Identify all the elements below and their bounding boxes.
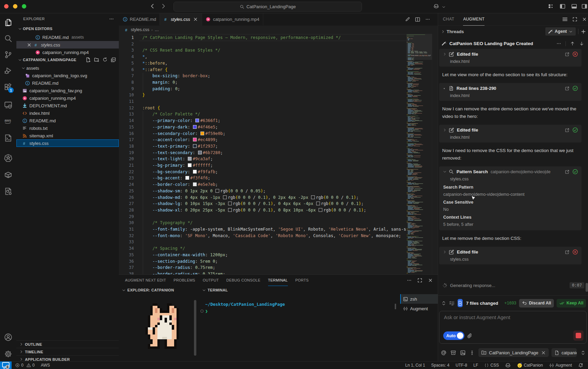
collapse-all-icon[interactable] bbox=[111, 57, 116, 63]
color-swatch[interactable] bbox=[193, 125, 197, 129]
more-panel-icon[interactable] bbox=[407, 278, 412, 283]
open-editors-header[interactable]: OPEN EDITORS bbox=[16, 25, 120, 32]
context-chip-CatPanion_LandingPage[interactable]: CatPanion_LandingPage bbox=[478, 348, 549, 357]
toggle-primary-sidebar-icon[interactable] bbox=[560, 3, 565, 10]
new-thread-button[interactable] bbox=[581, 29, 586, 34]
panel-tab-augment-next-edit[interactable]: AUGMENT NEXT EDIT bbox=[125, 275, 166, 286]
back-icon[interactable] bbox=[149, 3, 156, 10]
activity-kubernetes[interactable] bbox=[0, 150, 16, 166]
status-utf-8[interactable]: UTF-8 bbox=[456, 363, 467, 368]
tree-item-DEPLOYMENT.md[interactable]: DEPLOYMENT.md bbox=[16, 102, 119, 109]
color-swatch[interactable] bbox=[319, 208, 322, 212]
threads-row[interactable]: Threads Agent bbox=[438, 25, 588, 38]
remote-indicator[interactable] bbox=[0, 361, 12, 369]
new-file-icon[interactable] bbox=[85, 57, 91, 63]
color-swatch[interactable] bbox=[198, 151, 202, 154]
color-swatch[interactable] bbox=[185, 176, 189, 180]
open-editor-styles.css[interactable]: #styles.css bbox=[16, 41, 119, 49]
tab-styles.css[interactable]: #styles.css bbox=[160, 13, 202, 26]
text-cursor-icon[interactable] bbox=[470, 350, 475, 355]
status-css[interactable]: CSS bbox=[484, 363, 499, 368]
open-external-icon[interactable] bbox=[565, 86, 570, 91]
tree-item-assets[interactable]: assets bbox=[16, 64, 119, 72]
minimap[interactable] bbox=[406, 34, 432, 274]
activity-application-composer[interactable] bbox=[0, 183, 16, 199]
new-folder-icon[interactable] bbox=[94, 57, 99, 63]
color-swatch[interactable] bbox=[195, 119, 199, 122]
stop-button[interactable] bbox=[573, 330, 584, 341]
maximize-panel-icon[interactable] bbox=[417, 278, 422, 283]
terminal-instance-Augment[interactable]: Augment bbox=[400, 304, 438, 313]
chat-panel-tab-chat[interactable]: CHAT bbox=[443, 13, 454, 25]
agent-mode-button[interactable]: Agent bbox=[545, 27, 576, 36]
explorer-more-actions-icon[interactable] bbox=[109, 16, 114, 22]
chevron-right-icon[interactable] bbox=[443, 250, 446, 254]
code-editor[interactable]: 1234567891011121314151617181920212223242… bbox=[119, 34, 438, 274]
activity-run-debug[interactable] bbox=[0, 63, 16, 79]
open-external-icon[interactable] bbox=[565, 52, 570, 57]
close-tab-icon[interactable] bbox=[193, 17, 198, 22]
panel-tab-ports[interactable]: PORTS bbox=[295, 275, 309, 286]
section-timeline[interactable]: TIMELINE bbox=[16, 348, 119, 355]
mention-icon[interactable] bbox=[441, 350, 447, 356]
panel-tab-output[interactable]: OUTPUT bbox=[203, 275, 219, 286]
scroll-up-icon[interactable] bbox=[570, 41, 575, 46]
problems-status[interactable]: 0 0 bbox=[15, 363, 34, 368]
open-editor-catpanion_running.mp4[interactable]: catpanion_running.mp4 bbox=[16, 49, 119, 56]
breadcrumb[interactable]: # styles.css › … bbox=[119, 26, 438, 34]
tool-card-pattern-search[interactable]: Pattern Searchcatpanion-demo|demo-video|… bbox=[439, 166, 582, 230]
color-swatch[interactable] bbox=[193, 138, 197, 141]
threads-label[interactable]: Threads bbox=[447, 29, 464, 34]
open-external-icon[interactable] bbox=[565, 169, 570, 174]
forward-icon[interactable] bbox=[160, 3, 167, 10]
workspace-root-header[interactable]: CATPANION_LANDINGPAGE bbox=[16, 56, 120, 64]
chat-panel-tab-augment[interactable]: AUGMENT bbox=[463, 13, 485, 26]
pets-pane-header[interactable]: EXPLORER: CATPANION bbox=[122, 286, 199, 294]
breadcrumb-item[interactable]: styles.css bbox=[131, 27, 149, 32]
tool-card-edited-file[interactable]: Edited filestyles.css bbox=[439, 247, 582, 264]
attach-icon[interactable] bbox=[467, 333, 473, 339]
color-swatch[interactable] bbox=[316, 202, 320, 205]
status-error-icon[interactable] bbox=[572, 249, 578, 255]
toggle-secondary-sidebar-icon[interactable] bbox=[582, 3, 587, 10]
activity-source-control[interactable] bbox=[0, 47, 16, 63]
color-swatch[interactable] bbox=[200, 132, 204, 135]
status-success-icon[interactable] bbox=[572, 127, 578, 133]
status-catpanion[interactable]: CatPanion bbox=[517, 363, 543, 368]
archive-icon[interactable] bbox=[450, 350, 456, 356]
activity-search[interactable] bbox=[0, 31, 16, 46]
tool-card-edited-file[interactable]: Edited fileindex.html bbox=[439, 49, 582, 67]
activity-remote-explorer[interactable] bbox=[0, 97, 16, 113]
tab-catpanion_running.mp4[interactable]: catpanion_running.mp4 bbox=[202, 13, 263, 25]
tree-item-catpanion_landing_fav.png[interactable]: catpanion_landing_fav.png bbox=[16, 87, 119, 94]
close-chat-icon[interactable] bbox=[582, 17, 587, 22]
color-swatch[interactable] bbox=[311, 195, 315, 199]
scroll-down-icon[interactable] bbox=[579, 41, 584, 46]
tree-item-index.html[interactable]: index.html bbox=[16, 109, 119, 117]
chevron-right-icon[interactable] bbox=[443, 52, 446, 56]
close-panel-icon[interactable] bbox=[428, 278, 433, 283]
open-external-icon[interactable] bbox=[565, 250, 570, 255]
minimize-window-button[interactable] bbox=[13, 4, 17, 9]
terminal-instance-zsh[interactable]: zsh bbox=[400, 294, 438, 304]
context-chip-catpanion_l[interactable]: catpanion_l bbox=[551, 348, 577, 357]
chevron-down-icon[interactable] bbox=[443, 169, 446, 174]
more-icon[interactable] bbox=[425, 17, 430, 22]
chevron-down-icon[interactable] bbox=[442, 5, 446, 11]
status-success-icon[interactable] bbox=[572, 169, 578, 175]
customize-layout-icon[interactable] bbox=[548, 3, 554, 10]
open-editor-README.md[interactable]: README.mdassets bbox=[16, 33, 119, 41]
color-swatch[interactable] bbox=[215, 189, 219, 193]
chat-messages[interactable]: CatPanion SEO Landing Page Created Edite… bbox=[438, 38, 588, 281]
color-swatch[interactable] bbox=[193, 170, 197, 174]
keep-all-button[interactable]: Keep All bbox=[557, 299, 586, 308]
status-success-icon[interactable] bbox=[572, 85, 578, 91]
command-center-search[interactable]: CatPanion_LandingPage bbox=[173, 2, 362, 12]
tab-README.md[interactable]: README.md bbox=[119, 13, 160, 25]
terminal-view[interactable]: ~/Desktop/CatPanion_LandingPage ❯ bbox=[199, 294, 400, 361]
color-swatch[interactable] bbox=[188, 157, 192, 161]
discard-all-button[interactable]: Discard All bbox=[519, 299, 554, 308]
color-swatch[interactable] bbox=[228, 202, 232, 205]
tree-item-README.md[interactable]: README.md bbox=[16, 117, 119, 124]
toggle-panel-icon[interactable] bbox=[571, 3, 577, 10]
